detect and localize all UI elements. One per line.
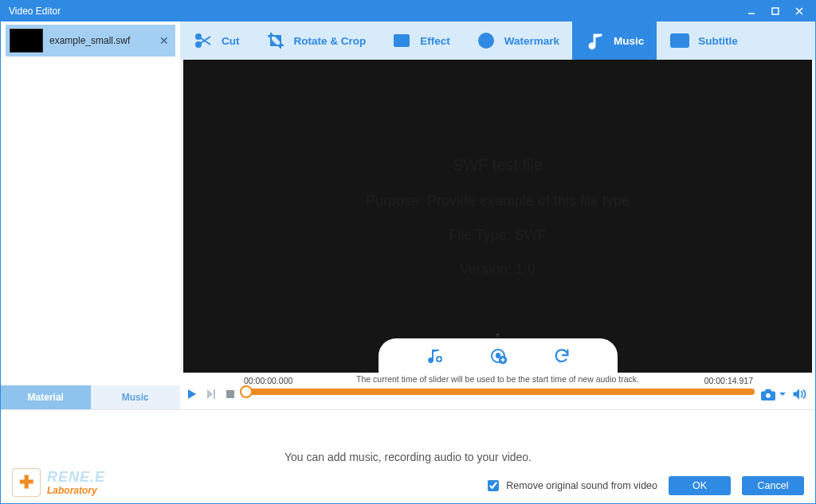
audio-tools-bubble — [379, 338, 618, 373]
app-window: Video Editor example_small.swf ✕ Materia… — [0, 0, 816, 504]
footer-controls: Remove original sound from video OK Canc… — [484, 476, 804, 495]
tool-cut[interactable]: Cut — [180, 21, 253, 60]
timeline-track-column: 00:00:00.000 00:00:14.917 The current ti… — [242, 376, 755, 395]
logo-badge-icon: ✚ — [12, 468, 41, 497]
swf-placeholder-text: SWF test file Purpose: Provide example o… — [366, 146, 630, 287]
volume-button[interactable] — [791, 387, 807, 401]
svg-point-5 — [484, 35, 487, 37]
stop-button[interactable] — [223, 387, 237, 401]
maximize-button[interactable] — [764, 3, 787, 19]
svg-point-2 — [196, 42, 201, 47]
swf-line4: Version: 1.0 — [366, 252, 630, 287]
file-remove-button[interactable]: ✕ — [158, 34, 171, 47]
tool-effect[interactable]: Effect — [379, 21, 463, 60]
upper-region: example_small.swf ✕ Material Music Cut — [1, 21, 815, 409]
play-button[interactable] — [185, 387, 199, 401]
preview-column: SWF test file Purpose: Provide example o… — [180, 60, 815, 409]
reel-icon — [476, 30, 496, 51]
tool-subtitle[interactable]: Subtitle — [657, 21, 751, 60]
tool-rotate-crop-label: Rotate & Crop — [294, 35, 367, 47]
timeline-track[interactable] — [242, 389, 755, 395]
tool-watermark-label: Watermark — [504, 35, 559, 47]
swf-line3: File Type: SWF — [366, 218, 630, 252]
remove-sound-label: Remove original sound from video — [506, 480, 657, 491]
time-start: 00:00:00.000 — [244, 376, 292, 385]
svg-point-1 — [196, 34, 201, 39]
remove-original-sound-checkbox[interactable]: Remove original sound from video — [484, 478, 657, 494]
scissors-icon — [193, 30, 214, 51]
time-end: 00:00:14.917 — [704, 376, 753, 385]
snapshot-button[interactable] — [759, 387, 777, 401]
snapshot-menu-button[interactable] — [779, 390, 787, 398]
subtitle-icon — [669, 30, 690, 51]
music-panel: You can add music, recording audio to yo… — [1, 409, 815, 503]
music-note-icon — [585, 30, 606, 51]
tool-music[interactable]: Music — [572, 21, 657, 60]
window-controls — [740, 3, 810, 19]
main-area: Cut Rotate & Crop Effect — [180, 21, 815, 409]
ok-button[interactable]: OK — [669, 476, 731, 495]
logo-text: RENE.E Laboratory — [47, 470, 105, 495]
svg-rect-0 — [772, 8, 779, 14]
swf-line1: SWF test file — [366, 146, 630, 184]
tool-subtitle-label: Subtitle — [698, 35, 738, 47]
film-icon — [391, 30, 412, 51]
tool-rotate-crop[interactable]: Rotate & Crop — [253, 21, 379, 60]
edit-toolbar: Cut Rotate & Crop Effect — [180, 21, 815, 60]
swf-line2: Purpose: Provide example of this file ty… — [366, 184, 630, 218]
svg-rect-3 — [394, 35, 409, 46]
svg-point-15 — [766, 393, 771, 398]
step-button[interactable] — [204, 387, 218, 401]
add-music-button[interactable] — [424, 346, 445, 366]
file-thumbnail — [10, 29, 43, 53]
brand-logo: ✚ RENE.E Laboratory — [12, 468, 105, 497]
logo-line1: RENE.E — [47, 470, 105, 484]
tool-music-label: Music — [614, 35, 644, 47]
tool-cut-label: Cut — [222, 35, 240, 47]
record-audio-button[interactable] — [488, 346, 508, 366]
minimize-button[interactable] — [740, 3, 763, 19]
tool-watermark[interactable]: Watermark — [463, 21, 572, 60]
tab-music-list[interactable]: Music — [91, 385, 181, 409]
timeline-fill — [242, 389, 755, 395]
timeline-hint: The current time of slider will be used … — [356, 374, 639, 384]
video-preview: SWF test file Purpose: Provide example o… — [183, 60, 812, 373]
close-button[interactable] — [788, 3, 810, 19]
sidebar-tabs: Material Music — [1, 385, 180, 409]
preview-right-controls — [759, 387, 807, 401]
svg-point-6 — [484, 43, 487, 45]
svg-rect-13 — [214, 389, 215, 399]
svg-point-7 — [481, 39, 483, 41]
transport-controls — [185, 387, 237, 401]
file-name: example_small.swf — [49, 35, 158, 46]
window-title: Video Editor — [9, 6, 61, 17]
refresh-audio-button[interactable] — [551, 346, 572, 366]
remove-sound-input[interactable] — [488, 480, 499, 491]
svg-rect-14 — [226, 390, 234, 398]
tool-effect-label: Effect — [420, 35, 450, 47]
music-panel-message: You can add music, recording audio to yo… — [284, 451, 532, 463]
timeline-bar: 00:00:00.000 00:00:14.917 The current ti… — [180, 373, 815, 409]
sidebar: example_small.swf ✕ Material Music — [1, 21, 180, 409]
tab-material[interactable]: Material — [1, 385, 91, 409]
file-item[interactable]: example_small.swf ✕ — [6, 25, 175, 57]
crop-icon — [265, 30, 286, 51]
logo-line2: Laboratory — [47, 486, 105, 495]
title-bar: Video Editor — [1, 1, 815, 21]
cancel-button[interactable]: Cancel — [742, 476, 804, 495]
svg-point-8 — [488, 39, 491, 41]
